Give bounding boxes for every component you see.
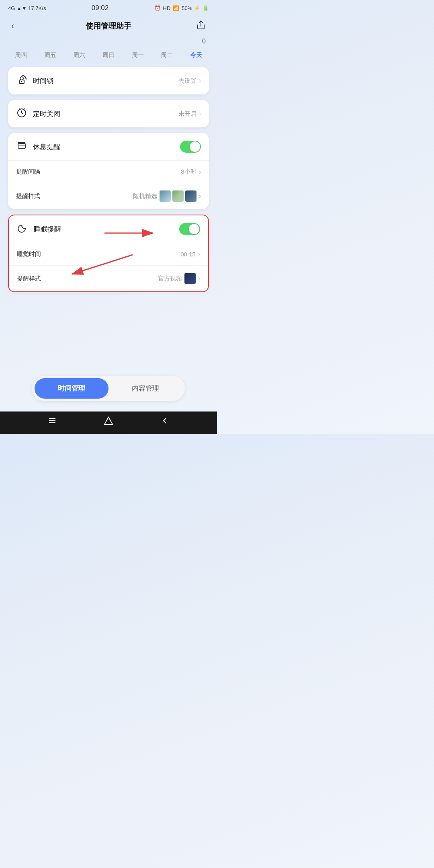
rest-style-row[interactable]: 提醒样式 随机精选 › (8, 183, 209, 209)
nav-bar: ‹ 使用管理助手 (0, 14, 217, 38)
sleep-style-thumbs (184, 273, 196, 284)
rest-reminder-left: 休息提醒 (16, 140, 60, 153)
rest-style-value: 随机精选 (133, 192, 157, 200)
rest-style-label: 提醒样式 (16, 192, 40, 200)
rest-thumb-2 (172, 190, 184, 202)
sleep-style-chevron: › (198, 275, 200, 282)
timed-off-label: 定时关闭 (33, 109, 60, 119)
svg-rect-9 (18, 143, 25, 148)
time-lock-action: 去设置 (178, 77, 197, 85)
sleep-reminder-label: 睡眠提醒 (34, 225, 61, 234)
sleep-time-right: 00:15 › (180, 251, 200, 258)
time-lock-chevron: › (199, 77, 201, 84)
rest-reminder-toggle[interactable] (180, 141, 201, 153)
rest-interval-value: 8小时 (181, 168, 196, 176)
rest-interval-row[interactable]: 提醒间隔 8小时 › (8, 160, 209, 183)
sleep-style-value: 官方视频 (158, 275, 182, 283)
tab-sun[interactable]: 周日 (100, 50, 117, 61)
time-lock-row[interactable]: 时间锁 去设置 › (8, 67, 209, 94)
sleep-reminder-main-row: 睡眠提醒 (9, 215, 208, 243)
tab-fri[interactable]: 周五 (42, 50, 59, 61)
rest-reminder-label: 休息提醒 (33, 142, 60, 151)
sleep-time-value: 00:15 (180, 251, 196, 258)
rest-style-right: 随机精选 › (133, 190, 201, 202)
rest-style-chevron: › (199, 192, 201, 200)
timed-off-right: 未开启 › (178, 110, 201, 118)
sleep-time-label: 睡觉时间 (17, 250, 41, 258)
sleep-style-right: 官方视频 › (158, 273, 200, 284)
tab-today[interactable]: 今天 (188, 50, 205, 61)
sleep-reminder-toggle[interactable] (179, 223, 200, 235)
system-nav-bar (0, 411, 217, 434)
back-nav-icon[interactable] (160, 416, 170, 428)
tab-mon[interactable]: 周一 (129, 50, 146, 61)
status-signal: 4G ▲▼ 17.7K/s (8, 5, 46, 11)
bottom-tab-bar: 时间管理 内容管理 (32, 376, 185, 401)
svg-point-1 (20, 77, 23, 80)
sleep-time-row[interactable]: 睡觉时间 00:15 › (9, 243, 208, 265)
rest-interval-chevron: › (199, 168, 201, 176)
tab-thu[interactable]: 周四 (12, 50, 29, 61)
sleep-reminder-left: 睡眠提醒 (17, 223, 61, 235)
main-content: 时间锁 去设置 › 定时关闭 (0, 67, 217, 372)
home-icon[interactable] (104, 416, 113, 428)
time-lock-icon (16, 74, 27, 87)
share-button[interactable] (193, 18, 209, 34)
menu-icon[interactable] (47, 416, 57, 428)
svg-line-6 (22, 113, 23, 114)
sleep-time-chevron: › (198, 251, 200, 258)
page-title: 使用管理助手 (86, 21, 131, 31)
alarm-icon: ⏰ (154, 5, 161, 11)
tab-time-management[interactable]: 时间管理 (35, 378, 108, 399)
sleep-reminder-icon (17, 223, 28, 235)
time-lock-right: 去设置 › (178, 77, 201, 85)
status-time: 09:02 (92, 4, 109, 12)
timed-off-left: 定时关闭 (16, 107, 60, 120)
timed-off-card: 定时关闭 未开启 › (8, 100, 209, 127)
status-bar: 4G ▲▼ 17.7K/s 09:02 ⏰ HD 📶 50% ⚡ 🔋 (0, 0, 217, 14)
battery-text: 50% ⚡ (182, 5, 200, 11)
tab-content-management[interactable]: 内容管理 (108, 378, 182, 399)
timed-off-status: 未开启 (178, 110, 197, 118)
rest-thumb-3 (185, 190, 197, 202)
rest-reminder-icon (16, 140, 27, 153)
battery-icon: 🔋 (203, 5, 209, 11)
back-button[interactable]: ‹ (8, 19, 17, 33)
day-tabs: 周四 周五 周六 周日 周一 周二 今天 (0, 47, 217, 67)
time-lock-left: 时间锁 (16, 74, 53, 87)
sleep-style-row[interactable]: 提醒样式 官方视频 › (9, 265, 208, 291)
rest-interval-right: 8小时 › (181, 168, 201, 176)
tab-tue[interactable]: 周二 (158, 50, 175, 61)
svg-marker-20 (104, 417, 113, 424)
sleep-card-wrapper: 睡眠提醒 睡觉时间 00:15 › 提醒样式 官方视频 (8, 215, 209, 292)
time-lock-label: 时间锁 (33, 76, 53, 86)
rest-reminder-main-row: 休息提醒 (8, 133, 209, 160)
timed-off-row[interactable]: 定时关闭 未开启 › (8, 100, 209, 127)
tab-sat[interactable]: 周六 (71, 50, 88, 61)
rest-style-thumbs (160, 190, 197, 202)
sleep-thumb-1 (184, 273, 196, 284)
sleep-style-label: 提醒样式 (17, 275, 41, 283)
time-lock-card: 时间锁 去设置 › (8, 67, 209, 94)
hd-badge: HD (163, 5, 171, 11)
nav-counter: 0 (0, 38, 217, 45)
timed-off-icon (16, 107, 27, 120)
rest-interval-label: 提醒间隔 (16, 168, 40, 176)
rest-reminder-card: 休息提醒 提醒间隔 8小时 › 提醒样式 随机精选 › (8, 133, 209, 209)
status-icons: ⏰ HD 📶 50% ⚡ 🔋 (154, 5, 209, 11)
rest-thumb-1 (160, 190, 171, 202)
wifi-icon: 📶 (173, 5, 179, 11)
sleep-reminder-card: 睡眠提醒 睡觉时间 00:15 › 提醒样式 官方视频 (8, 215, 209, 292)
timed-off-chevron: › (199, 110, 201, 117)
